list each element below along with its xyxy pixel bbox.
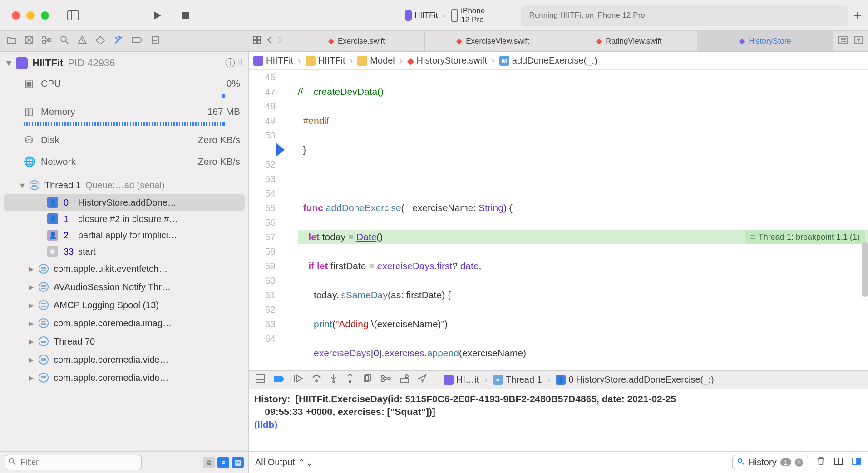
disclosure-triangle-icon[interactable]: ▸ bbox=[29, 281, 34, 292]
clear-search-button[interactable]: ✕ bbox=[795, 458, 803, 467]
symbol-navigator-icon[interactable] bbox=[42, 35, 52, 47]
svg-line-87 bbox=[13, 463, 15, 465]
tab-exercise[interactable]: ◆ Exercise.swift bbox=[289, 31, 425, 51]
report-navigator-icon[interactable] bbox=[151, 35, 160, 47]
disclosure-triangle-icon[interactable]: ▸ bbox=[29, 300, 34, 310]
disclosure-triangle-icon[interactable]: ▸ bbox=[29, 263, 34, 274]
filter-running-threads[interactable]: ≡ bbox=[217, 457, 229, 468]
svg-rect-28 bbox=[257, 40, 261, 44]
go-forward-button[interactable] bbox=[277, 35, 283, 47]
step-out-button[interactable] bbox=[346, 374, 354, 386]
disclosure-triangle-icon[interactable]: ▸ bbox=[29, 372, 34, 383]
stack-frame-1[interactable]: 👤 1 closure #2 in closure #… bbox=[0, 211, 248, 227]
memory-metric[interactable]: ▥ Memory 167 MB bbox=[0, 103, 248, 121]
crumb-folder[interactable]: HIITFit bbox=[318, 55, 345, 66]
add-editor-icon[interactable] bbox=[853, 35, 863, 47]
divider bbox=[435, 374, 435, 386]
thread-label: com.apple.coremedia.vide… bbox=[54, 355, 168, 365]
source-editor[interactable]: 46474849 50515253 54555657 58596061 6263… bbox=[249, 70, 868, 370]
svg-line-83 bbox=[384, 379, 388, 380]
cpu-metric[interactable]: ▣ CPU 0% bbox=[0, 74, 248, 93]
disclosure-triangle-icon[interactable]: ▾ bbox=[20, 180, 25, 191]
run-button[interactable] bbox=[152, 6, 163, 25]
debug-navigator-icon[interactable] bbox=[113, 35, 123, 47]
stack-frame-0[interactable]: 👤 0 HistoryStore.addDone… bbox=[4, 194, 245, 211]
memory-graph-button[interactable] bbox=[380, 374, 391, 385]
line-gutter[interactable]: 46474849 50515253 54555657 58596061 6263… bbox=[249, 70, 281, 370]
chevron-right-icon: › bbox=[492, 55, 495, 66]
close-window-button[interactable] bbox=[12, 11, 20, 20]
info-icon[interactable]: ⓘ bbox=[225, 56, 235, 70]
thread-row[interactable]: ▸com.apple.coremedia.imag… bbox=[0, 314, 248, 332]
add-button[interactable] bbox=[848, 6, 867, 25]
location-button[interactable] bbox=[418, 374, 427, 385]
thread-row[interactable]: ▸com.apple.coremedia.vide… bbox=[0, 369, 248, 387]
stack-frame-33[interactable]: ⚙ 33 start bbox=[0, 243, 248, 260]
clear-console-button[interactable] bbox=[816, 456, 825, 468]
output-selector[interactable]: All Output ⌃⌄ bbox=[255, 457, 313, 468]
breakpoint-navigator-icon[interactable] bbox=[132, 36, 143, 46]
hide-debug-area-icon[interactable] bbox=[255, 374, 265, 385]
console-output[interactable]: History: [HIITFit.ExerciseDay(id: 5115F0… bbox=[249, 389, 868, 451]
thread-row[interactable]: ▸com.apple.coremedia.vide… bbox=[0, 350, 248, 369]
filter-workqueue-threads[interactable]: ▤ bbox=[232, 457, 244, 468]
issue-navigator-icon[interactable] bbox=[77, 35, 87, 47]
adjust-editor-options-icon[interactable] bbox=[838, 35, 848, 47]
lldb-prompt: (lldb) bbox=[254, 419, 277, 429]
frame-number: 2 bbox=[64, 230, 73, 241]
minimize-window-button[interactable] bbox=[26, 11, 35, 20]
thread-row[interactable]: ▸AVAudioSession Notify Thr… bbox=[0, 278, 248, 296]
stack-frame-2[interactable]: 👤 2 partial apply for implici… bbox=[0, 227, 248, 243]
project-navigator-icon[interactable] bbox=[6, 35, 16, 47]
svg-rect-26 bbox=[257, 36, 261, 39]
zoom-window-button[interactable] bbox=[41, 11, 49, 20]
console-search[interactable]: History 1 ✕ bbox=[732, 455, 808, 470]
code-content[interactable]: // createDevData() #endif } func addDone… bbox=[281, 70, 868, 370]
toggle-sidebar-button[interactable] bbox=[67, 6, 79, 25]
scrollbar[interactable] bbox=[862, 242, 868, 297]
disclosure-triangle-icon[interactable]: ▸ bbox=[29, 318, 34, 329]
disclosure-triangle-icon[interactable]: ▸ bbox=[29, 336, 34, 347]
thread-row[interactable]: ▸com.apple.uikit.eventfetch… bbox=[0, 260, 248, 278]
breakpoint-toggle-button[interactable] bbox=[273, 374, 285, 385]
breakpoint-flag[interactable]: ≡Thread 1: breakpoint 1.1 (1) bbox=[745, 230, 865, 244]
tab-rating-view[interactable]: ◆ RatingView.swift bbox=[561, 31, 697, 51]
network-icon: 🌐 bbox=[24, 156, 35, 167]
step-into-button[interactable] bbox=[330, 374, 338, 386]
find-navigator-icon[interactable] bbox=[60, 35, 69, 47]
pause-icon[interactable]: ⦀ bbox=[238, 56, 242, 70]
process-pid: PID 42936 bbox=[68, 57, 115, 69]
go-back-button[interactable] bbox=[266, 35, 272, 47]
stop-button[interactable] bbox=[181, 6, 190, 25]
svg-rect-12 bbox=[43, 41, 45, 44]
environment-overrides-button[interactable] bbox=[399, 374, 409, 385]
network-metric[interactable]: 🌐 Network Zero KB/s bbox=[0, 149, 248, 171]
source-control-navigator-icon[interactable] bbox=[25, 35, 34, 47]
thread-row[interactable]: ▸Thread 70 bbox=[0, 332, 248, 350]
view-debugger-button[interactable] bbox=[362, 374, 372, 385]
continue-button[interactable] bbox=[293, 374, 303, 385]
crumb-symbol[interactable]: addDoneExercise(_:) bbox=[512, 55, 597, 66]
crumb-project[interactable]: HIITFit bbox=[266, 55, 293, 66]
filter-crashed-threads[interactable]: ⧉ bbox=[203, 457, 215, 468]
scheme-selector[interactable]: HIITFit › iPhone 12 Pro bbox=[399, 5, 498, 26]
thread-1-row[interactable]: ▾ Thread 1 Queue:…ad (serial) bbox=[0, 176, 248, 194]
disclosure-triangle-icon[interactable]: ▸ bbox=[29, 354, 34, 365]
filter-input[interactable] bbox=[5, 455, 142, 470]
tab-history-store[interactable]: ◆ HistoryStore bbox=[697, 31, 833, 51]
disclosure-triangle-icon[interactable]: ▾ bbox=[6, 57, 11, 69]
toggle-console-view-icon[interactable] bbox=[852, 457, 862, 468]
tab-exercise-view[interactable]: ◆ ExerciseView.swift bbox=[425, 31, 561, 51]
thread-row[interactable]: ▸AMCP Logging Spool (13) bbox=[0, 296, 248, 314]
toggle-variables-view-icon[interactable] bbox=[833, 457, 843, 468]
process-row[interactable]: ▾ HIITFit PID 42936 ⓘ ⦀ bbox=[0, 52, 248, 74]
related-items-icon[interactable] bbox=[252, 35, 261, 47]
test-navigator-icon[interactable] bbox=[95, 35, 105, 47]
jump-bar[interactable]: HIITFit › HIITFit › Model › ◆HistoryStor… bbox=[249, 52, 868, 70]
crumb-file[interactable]: HistoryStore.swift bbox=[417, 55, 488, 66]
step-over-button[interactable] bbox=[311, 374, 321, 385]
debug-process-crumb[interactable]: HI…it › ≡ Thread 1 › 👤 0 HistoryStore.ad… bbox=[444, 374, 714, 385]
app-icon bbox=[405, 10, 412, 21]
crumb-folder2[interactable]: Model bbox=[370, 55, 395, 66]
disk-metric[interactable]: ⛁ Disk Zero KB/s bbox=[0, 131, 248, 149]
